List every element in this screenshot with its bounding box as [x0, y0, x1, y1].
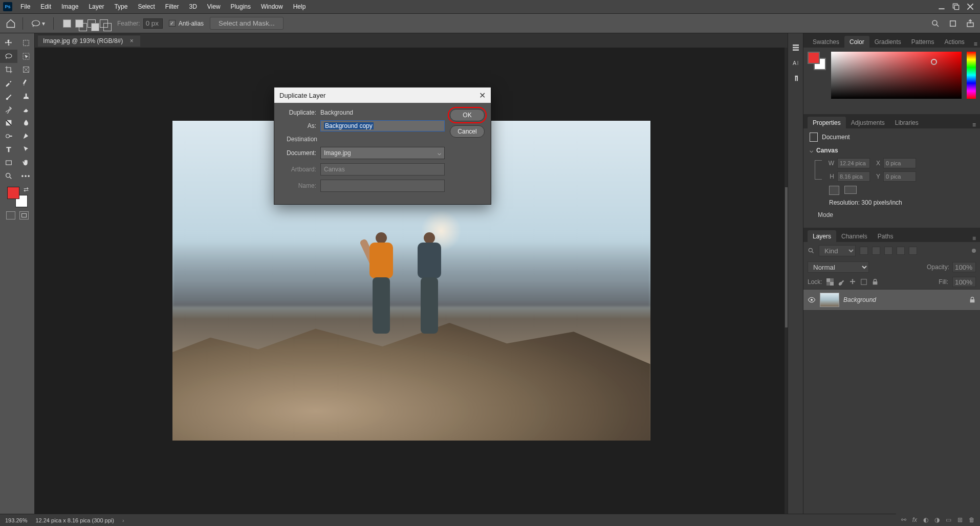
layer-thumbnail[interactable]: [820, 293, 839, 307]
panel-menu-icon[interactable]: ≡: [968, 121, 980, 128]
width-input[interactable]: [837, 158, 870, 168]
layer-item-background[interactable]: Background: [803, 289, 980, 311]
menu-filter[interactable]: Filter: [160, 0, 184, 14]
status-zoom[interactable]: 193.26%: [5, 517, 27, 523]
toolbar-color-swatches[interactable]: ⇄: [7, 187, 28, 207]
document-tab[interactable]: Image.jpg @ 193% (RGB/8#) ×: [38, 35, 140, 47]
link-layers-icon[interactable]: ⚯: [901, 516, 906, 523]
quickmask-standard[interactable]: [6, 211, 15, 220]
lock-position-icon[interactable]: [849, 278, 856, 286]
paragraph-panel-icon[interactable]: [792, 74, 800, 82]
visibility-eye-icon[interactable]: [808, 296, 816, 304]
layer-lock-icon[interactable]: [969, 296, 976, 303]
tab-actions[interactable]: Actions: [939, 36, 969, 48]
y-input[interactable]: [883, 171, 916, 182]
lock-pixels-icon[interactable]: [838, 278, 845, 286]
selection-new[interactable]: [63, 19, 71, 28]
vertical-scrollbar[interactable]: [785, 48, 788, 514]
layer-kind-select[interactable]: Kind: [819, 245, 856, 256]
eyedropper-tool[interactable]: [0, 76, 17, 90]
history-panel-icon[interactable]: [792, 43, 800, 52]
feather-input[interactable]: [143, 18, 163, 29]
selection-add[interactable]: [75, 19, 83, 28]
panel-menu-icon[interactable]: ≡: [968, 235, 980, 242]
color-picker-cursor[interactable]: [931, 59, 937, 65]
brush-tool[interactable]: [0, 90, 17, 103]
tab-color[interactable]: Color: [844, 36, 869, 48]
tab-paths[interactable]: Paths: [873, 230, 899, 242]
tab-layers[interactable]: Layers: [808, 230, 836, 242]
dialog-close-icon[interactable]: ✕: [479, 91, 486, 100]
select-and-mask-button[interactable]: Select and Mask...: [210, 17, 284, 30]
path-selection-tool[interactable]: [17, 143, 35, 156]
menu-3d[interactable]: 3D: [184, 0, 202, 14]
selection-subtract[interactable]: [88, 19, 96, 28]
filter-toggle[interactable]: [972, 249, 976, 253]
share-icon[interactable]: [966, 19, 975, 28]
blur-tool[interactable]: [17, 116, 35, 129]
selection-intersect[interactable]: [100, 19, 108, 28]
filter-adjustment-icon[interactable]: [872, 247, 880, 255]
color-field[interactable]: [831, 52, 962, 99]
dodge-tool[interactable]: [0, 129, 17, 143]
rectangle-tool[interactable]: [0, 156, 17, 169]
edit-toolbar[interactable]: •••: [17, 169, 35, 183]
antialias-checkbox[interactable]: ✓ Anti-alias: [169, 20, 204, 27]
panel-fg-swatch[interactable]: [808, 52, 820, 64]
delete-layer-icon[interactable]: 🗑: [969, 516, 975, 523]
swap-colors-icon[interactable]: ⇄: [24, 186, 29, 193]
type-tool[interactable]: [0, 143, 17, 156]
history-brush-tool[interactable]: [0, 103, 17, 116]
healing-brush-tool[interactable]: [17, 76, 35, 90]
artboard-icon[interactable]: [948, 19, 957, 28]
menu-edit[interactable]: Edit: [35, 0, 56, 14]
crop-tool[interactable]: [0, 63, 17, 76]
clone-stamp-tool[interactable]: [17, 90, 35, 103]
lock-transparency-icon[interactable]: [826, 278, 834, 286]
character-panel-icon[interactable]: A: [792, 59, 800, 67]
frame-tool[interactable]: [17, 63, 35, 76]
pen-tool[interactable]: [17, 129, 35, 143]
tab-gradients[interactable]: Gradients: [869, 36, 906, 48]
menu-image[interactable]: Image: [56, 0, 83, 14]
lasso-tool[interactable]: [0, 50, 17, 63]
foreground-color-swatch[interactable]: [7, 187, 19, 199]
minimize-icon[interactable]: [938, 3, 945, 10]
link-dimensions-icon[interactable]: [815, 160, 822, 180]
object-selection-tool[interactable]: [17, 50, 35, 63]
tab-libraries[interactable]: Libraries: [890, 117, 924, 128]
hand-tool[interactable]: [17, 156, 35, 169]
tool-preset-lasso[interactable]: ▾: [29, 18, 47, 29]
fill-input[interactable]: [952, 277, 976, 287]
lock-artboard-icon[interactable]: [860, 278, 867, 286]
search-icon[interactable]: [808, 247, 815, 254]
panel-menu-icon[interactable]: ≡: [970, 40, 980, 48]
tab-close-icon[interactable]: ×: [128, 37, 135, 45]
close-icon[interactable]: [967, 3, 974, 10]
tab-adjustments[interactable]: Adjustments: [846, 117, 890, 128]
cancel-button[interactable]: Cancel: [450, 125, 485, 138]
as-input[interactable]: Background copy: [320, 120, 445, 132]
filter-smart-icon[interactable]: [909, 247, 917, 255]
layer-mask-icon[interactable]: ◐: [923, 516, 928, 523]
menu-layer[interactable]: Layer: [83, 0, 109, 14]
maximize-icon[interactable]: [952, 3, 960, 10]
menu-type[interactable]: Type: [109, 0, 133, 14]
canvas-section-header[interactable]: ⌵ Canvas: [810, 147, 974, 154]
menu-window[interactable]: Window: [256, 0, 288, 14]
new-layer-icon[interactable]: ⊞: [957, 516, 963, 523]
home-icon[interactable]: [5, 18, 16, 29]
document-select[interactable]: Image.jpg ⌵: [320, 147, 445, 159]
status-caret-icon[interactable]: ›: [122, 517, 124, 523]
dialog-titlebar[interactable]: Duplicate Layer ✕: [274, 87, 491, 103]
move-tool[interactable]: [0, 36, 17, 50]
ok-button[interactable]: OK: [450, 109, 485, 121]
menu-view[interactable]: View: [202, 0, 226, 14]
marquee-tool[interactable]: [17, 36, 35, 50]
lock-all-icon[interactable]: [872, 278, 879, 286]
menu-file[interactable]: File: [15, 0, 35, 14]
filter-pixel-icon[interactable]: [860, 247, 868, 255]
blend-mode-select[interactable]: Normal: [808, 261, 869, 273]
menu-plugins[interactable]: Plugins: [226, 0, 256, 14]
quickmask-mask[interactable]: [19, 211, 29, 220]
